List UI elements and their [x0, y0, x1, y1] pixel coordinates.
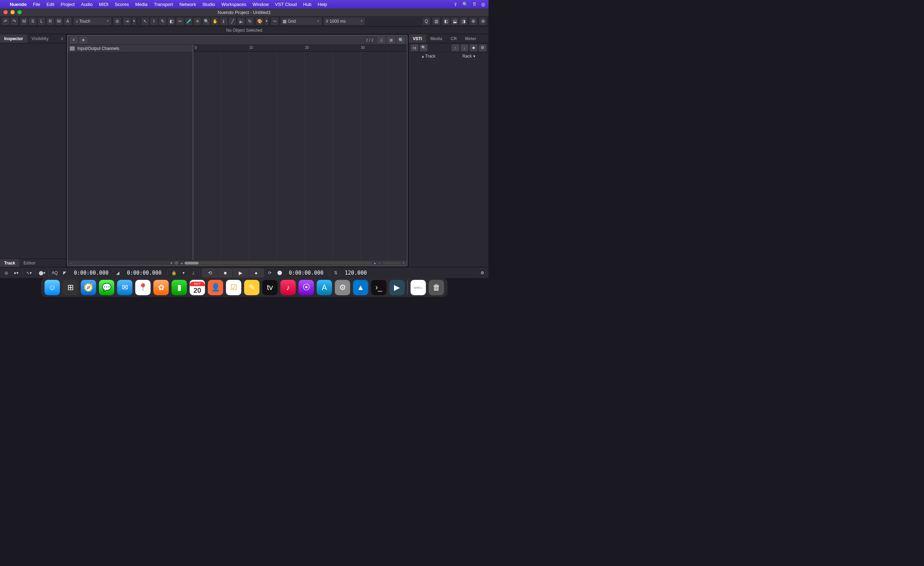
go-to-marker-button[interactable]: ⊥ [189, 269, 198, 277]
app-icon[interactable]: ▲ [353, 280, 369, 295]
auto-quantize-button[interactable]: AQ [51, 269, 59, 277]
tab-vsti[interactable]: VSTi [409, 34, 426, 43]
suspend-automation-button[interactable]: ⊘ [113, 17, 122, 26]
listen-button[interactable]: L [38, 17, 46, 26]
tab-meter[interactable]: Meter [461, 34, 480, 43]
snap-toggle-button[interactable]: ⤳ [270, 17, 279, 26]
quantize-button[interactable]: Q [422, 17, 430, 26]
menu-hub[interactable]: Hub [303, 2, 312, 7]
layout-bottom-button[interactable]: ⬓ [450, 17, 459, 26]
track-controls-gear[interactable]: ⚙ [174, 261, 178, 266]
lock-punch-button[interactable]: 🔒 [170, 269, 178, 277]
terminal-icon[interactable]: ›_ [371, 280, 387, 295]
mail-icon[interactable]: ✉ [117, 280, 133, 295]
appstore-icon[interactable]: A [317, 280, 332, 295]
transport-setup-button[interactable]: ⚙ [478, 269, 486, 277]
rack-sort-rack[interactable]: Rack ▾ [462, 54, 475, 59]
menu-scores[interactable]: Scores [115, 2, 129, 7]
toolbar-setup-button[interactable]: ⚙ [469, 17, 477, 26]
menu-project[interactable]: Project [61, 2, 75, 7]
color-menu-dropdown[interactable]: ▼ [264, 17, 269, 26]
siri-icon[interactable]: ◎ [481, 2, 485, 7]
stop-button[interactable]: ■ [218, 269, 233, 277]
menu-transport[interactable]: Transport [154, 2, 173, 7]
scroll-left-button[interactable]: ◂ [180, 261, 183, 266]
color-tool[interactable]: ↻ [246, 17, 254, 26]
settings-icon[interactable]: ⚙ [335, 280, 350, 295]
minimize-window-button[interactable] [10, 10, 15, 14]
split-tool[interactable]: ✂ [176, 17, 184, 26]
reminders-icon[interactable]: ☑ [226, 280, 242, 295]
maps-icon[interactable]: 📍 [135, 280, 151, 295]
menu-help[interactable]: Help [318, 2, 327, 7]
zoom-window-button[interactable] [18, 10, 22, 14]
zoom-out-h-button[interactable]: − [378, 261, 381, 266]
tab-editor[interactable]: Editor [19, 259, 40, 267]
rewind-button[interactable]: ⟲ [202, 269, 218, 277]
auto-scroll-menu[interactable]: ▼ [132, 17, 136, 26]
preset-browser-button[interactable]: ◆ [470, 44, 477, 51]
draw-tool[interactable]: ✎ [158, 17, 167, 26]
music-icon[interactable]: ♪ [280, 280, 296, 295]
menu-edit[interactable]: Edit [46, 2, 54, 7]
photos-icon[interactable]: ✿ [153, 280, 169, 295]
tab-track[interactable]: Track [0, 259, 19, 267]
primary-time-display[interactable]: 0:00:00.000 [285, 270, 327, 276]
auto-scroll-button[interactable]: ⇥ [123, 17, 131, 26]
retrospective-record-button[interactable]: ⟳ [266, 269, 274, 277]
constrain-delay-button[interactable]: ◎ [2, 269, 10, 277]
punch-in-button[interactable]: ◤ [60, 269, 69, 277]
punch-out-button[interactable]: ◢ [113, 269, 122, 277]
read-button[interactable]: R [46, 17, 54, 26]
vsti-settings-button[interactable]: ⚙ [479, 44, 486, 51]
range-tool[interactable]: I [150, 17, 158, 26]
grid-value-dropdown[interactable]: # 1000 ms ▼ [324, 17, 365, 26]
control-center-icon[interactable]: ⠿ [473, 2, 476, 7]
right-locator-time[interactable]: 0:00:00.000 [123, 270, 165, 276]
trash-icon[interactable]: 🗑 [429, 280, 444, 295]
previous-preset-button[interactable]: ↑ [452, 44, 459, 51]
tab-cr[interactable]: CR [446, 34, 460, 43]
tempo-display[interactable]: 120.000 [341, 270, 370, 276]
snap-type-dropdown[interactable]: ▦ Grid ▼ [280, 17, 322, 26]
midi-record-mode[interactable]: ⬤▾ [38, 269, 46, 277]
zoom-out-v-button[interactable]: − [70, 261, 72, 266]
layout-left-button[interactable]: ◧ [442, 17, 450, 26]
shell-file-icon[interactable]: SHELL [411, 280, 426, 295]
tv-icon[interactable]: tv [262, 280, 278, 295]
menubar-upload-icon[interactable]: ⇪ [454, 2, 458, 7]
menu-media[interactable]: Media [135, 2, 147, 7]
track-preset-button[interactable]: ✦ [80, 37, 87, 44]
solo-button[interactable]: S [28, 17, 37, 26]
podcasts-icon[interactable]: ⦿ [299, 280, 314, 295]
toolbar-config-button[interactable]: ⚙ [479, 17, 487, 26]
menu-workspaces[interactable]: Workspaces [222, 2, 246, 7]
timeline-ruler[interactable]: 0 10 20 30 [194, 45, 407, 52]
left-locator-time[interactable]: 0:00:00.000 [70, 270, 112, 276]
automation-button[interactable]: A [63, 17, 72, 26]
menu-vstcloud[interactable]: VST Cloud [275, 2, 297, 7]
color-menu-button[interactable]: 🎨 [255, 17, 264, 26]
menu-window[interactable]: Window [253, 2, 268, 7]
track-list-menu[interactable]: ≣ [387, 37, 395, 44]
comp-tool[interactable]: ✋ [211, 17, 219, 26]
tab-inspector[interactable]: Inspector [0, 34, 27, 43]
zoom-slider[interactable] [383, 262, 400, 264]
finder-icon[interactable]: ☺ [45, 280, 60, 295]
tab-media[interactable]: Media [426, 34, 446, 43]
track-controls-menu[interactable]: ▾ [170, 261, 172, 266]
track-row-io-channels[interactable]: Input/Output Channels [68, 45, 193, 53]
erase-tool[interactable]: ◧ [167, 17, 176, 26]
add-track-button[interactable]: ＋ [70, 37, 78, 44]
horizontal-scrollbar[interactable] [184, 262, 372, 264]
line-tool[interactable]: ╱ [228, 17, 237, 26]
menu-studio[interactable]: Studio [202, 2, 215, 7]
find-instrument-button[interactable]: 🔍 [420, 44, 428, 51]
zoom-in-h-button[interactable]: + [402, 261, 405, 266]
zone-left-button[interactable]: ▥ [432, 17, 440, 26]
find-tracks-button[interactable]: 🔍 [397, 37, 405, 44]
add-instrument-button[interactable]: +⫿ [411, 44, 418, 51]
redo-button[interactable]: ↷ [10, 17, 18, 26]
automation-mode-dropdown[interactable]: ♪ Touch ▼ [73, 17, 112, 26]
app-menu[interactable]: Nuendo [10, 2, 27, 7]
